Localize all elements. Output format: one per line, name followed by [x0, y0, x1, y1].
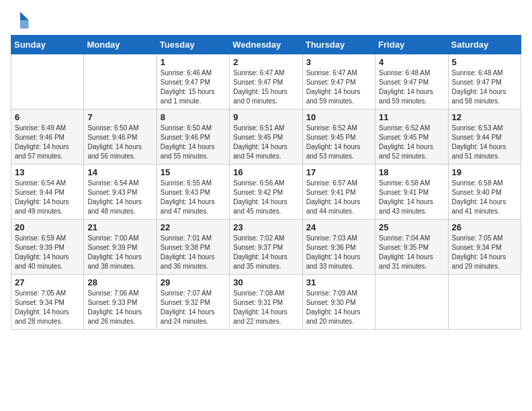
calendar-cell	[448, 275, 521, 330]
day-number: 4	[379, 57, 444, 67]
calendar-cell: 21Sunrise: 7:00 AM Sunset: 9:39 PM Dayli…	[84, 220, 157, 275]
day-number: 10	[306, 112, 371, 122]
calendar-cell: 19Sunrise: 6:58 AM Sunset: 9:40 PM Dayli…	[448, 165, 521, 220]
weekday-header-wednesday: Wednesday	[230, 36, 302, 54]
calendar-cell: 9Sunrise: 6:51 AM Sunset: 9:45 PM Daylig…	[230, 109, 302, 165]
day-info: Sunrise: 7:08 AM Sunset: 9:31 PM Dayligh…	[233, 289, 298, 326]
weekday-header-saturday: Saturday	[448, 36, 521, 54]
day-info: Sunrise: 6:58 AM Sunset: 9:41 PM Dayligh…	[379, 179, 444, 216]
calendar-cell: 6Sunrise: 6:49 AM Sunset: 9:46 PM Daylig…	[11, 109, 84, 165]
weekday-header-monday: Monday	[84, 36, 157, 54]
day-number: 2	[233, 57, 298, 67]
day-number: 23	[233, 222, 298, 232]
day-info: Sunrise: 6:47 AM Sunset: 9:47 PM Dayligh…	[306, 68, 371, 106]
calendar-cell: 11Sunrise: 6:52 AM Sunset: 9:45 PM Dayli…	[375, 109, 448, 165]
calendar-cell: 8Sunrise: 6:50 AM Sunset: 9:46 PM Daylig…	[157, 109, 229, 165]
calendar-cell: 23Sunrise: 7:02 AM Sunset: 9:37 PM Dayli…	[230, 220, 302, 275]
day-number: 1	[161, 57, 226, 67]
day-number: 25	[379, 222, 444, 232]
calendar-cell: 26Sunrise: 7:05 AM Sunset: 9:34 PM Dayli…	[448, 220, 521, 275]
day-info: Sunrise: 6:55 AM Sunset: 9:43 PM Dayligh…	[161, 179, 226, 216]
day-number: 17	[306, 167, 371, 177]
calendar-week-3: 13Sunrise: 6:54 AM Sunset: 9:44 PM Dayli…	[11, 165, 521, 220]
weekday-header-friday: Friday	[375, 36, 448, 54]
day-number: 22	[161, 222, 226, 232]
day-info: Sunrise: 6:50 AM Sunset: 9:46 PM Dayligh…	[161, 124, 226, 161]
day-info: Sunrise: 6:57 AM Sunset: 9:41 PM Dayligh…	[306, 179, 371, 216]
calendar-cell: 31Sunrise: 7:09 AM Sunset: 9:30 PM Dayli…	[302, 275, 375, 330]
day-info: Sunrise: 6:53 AM Sunset: 9:44 PM Dayligh…	[452, 124, 517, 161]
day-info: Sunrise: 6:48 AM Sunset: 9:47 PM Dayligh…	[452, 68, 517, 106]
day-number: 14	[87, 167, 152, 177]
day-info: Sunrise: 6:49 AM Sunset: 9:46 PM Dayligh…	[15, 124, 80, 161]
day-info: Sunrise: 6:54 AM Sunset: 9:44 PM Dayligh…	[15, 179, 80, 216]
calendar-cell: 12Sunrise: 6:53 AM Sunset: 9:44 PM Dayli…	[448, 109, 521, 165]
day-info: Sunrise: 6:54 AM Sunset: 9:43 PM Dayligh…	[87, 179, 152, 216]
calendar-cell	[375, 275, 448, 330]
day-number: 31	[306, 277, 371, 287]
weekday-header-tuesday: Tuesday	[157, 36, 229, 54]
day-number: 13	[15, 167, 80, 177]
calendar-cell: 5Sunrise: 6:48 AM Sunset: 9:47 PM Daylig…	[448, 54, 521, 109]
calendar-cell: 14Sunrise: 6:54 AM Sunset: 9:43 PM Dayli…	[84, 165, 157, 220]
day-number: 12	[452, 112, 517, 122]
day-info: Sunrise: 7:01 AM Sunset: 9:38 PM Dayligh…	[161, 234, 226, 271]
calendar-cell: 18Sunrise: 6:58 AM Sunset: 9:41 PM Dayli…	[375, 165, 448, 220]
day-info: Sunrise: 6:52 AM Sunset: 9:45 PM Dayligh…	[306, 124, 371, 161]
day-number: 9	[233, 112, 298, 122]
day-info: Sunrise: 6:48 AM Sunset: 9:47 PM Dayligh…	[379, 68, 444, 106]
day-number: 6	[15, 112, 80, 122]
day-number: 26	[452, 222, 517, 232]
calendar-table: SundayMondayTuesdayWednesdayThursdayFrid…	[11, 35, 521, 330]
day-number: 27	[15, 277, 80, 287]
calendar-cell: 17Sunrise: 6:57 AM Sunset: 9:41 PM Dayli…	[302, 165, 375, 220]
calendar-cell: 4Sunrise: 6:48 AM Sunset: 9:47 PM Daylig…	[375, 54, 448, 109]
day-info: Sunrise: 7:02 AM Sunset: 9:37 PM Dayligh…	[233, 234, 298, 271]
day-info: Sunrise: 6:46 AM Sunset: 9:47 PM Dayligh…	[161, 68, 226, 106]
day-info: Sunrise: 7:05 AM Sunset: 9:34 PM Dayligh…	[452, 234, 517, 271]
day-info: Sunrise: 7:03 AM Sunset: 9:36 PM Dayligh…	[306, 234, 371, 271]
day-number: 7	[87, 112, 152, 122]
day-number: 20	[15, 222, 80, 232]
calendar-cell: 15Sunrise: 6:55 AM Sunset: 9:43 PM Dayli…	[157, 165, 229, 220]
calendar-cell: 20Sunrise: 6:59 AM Sunset: 9:39 PM Dayli…	[11, 220, 84, 275]
day-number: 8	[161, 112, 226, 122]
logo-icon	[11, 11, 30, 30]
calendar-cell: 13Sunrise: 6:54 AM Sunset: 9:44 PM Dayli…	[11, 165, 84, 220]
day-number: 3	[306, 57, 371, 67]
day-number: 15	[161, 167, 226, 177]
calendar-cell: 30Sunrise: 7:08 AM Sunset: 9:31 PM Dayli…	[230, 275, 302, 330]
calendar-cell: 29Sunrise: 7:07 AM Sunset: 9:32 PM Dayli…	[157, 275, 229, 330]
day-number: 11	[379, 112, 444, 122]
day-info: Sunrise: 7:00 AM Sunset: 9:39 PM Dayligh…	[87, 234, 152, 271]
calendar-cell: 24Sunrise: 7:03 AM Sunset: 9:36 PM Dayli…	[302, 220, 375, 275]
day-number: 28	[87, 277, 152, 287]
day-number: 16	[233, 167, 298, 177]
calendar-cell: 25Sunrise: 7:04 AM Sunset: 9:35 PM Dayli…	[375, 220, 448, 275]
day-info: Sunrise: 6:50 AM Sunset: 9:46 PM Dayligh…	[87, 124, 152, 161]
day-number: 30	[233, 277, 298, 287]
day-number: 21	[87, 222, 152, 232]
day-info: Sunrise: 6:59 AM Sunset: 9:39 PM Dayligh…	[15, 234, 80, 271]
calendar-cell	[84, 54, 157, 109]
day-number: 18	[379, 167, 444, 177]
svg-marker-0	[20, 11, 29, 20]
weekday-header-thursday: Thursday	[302, 36, 375, 54]
day-info: Sunrise: 6:47 AM Sunset: 9:47 PM Dayligh…	[233, 68, 298, 106]
calendar-cell: 3Sunrise: 6:47 AM Sunset: 9:47 PM Daylig…	[302, 54, 375, 109]
calendar-cell: 27Sunrise: 7:05 AM Sunset: 9:34 PM Dayli…	[11, 275, 84, 330]
day-info: Sunrise: 6:52 AM Sunset: 9:45 PM Dayligh…	[379, 124, 444, 161]
calendar-cell: 16Sunrise: 6:56 AM Sunset: 9:42 PM Dayli…	[230, 165, 302, 220]
day-info: Sunrise: 7:05 AM Sunset: 9:34 PM Dayligh…	[15, 289, 80, 326]
logo	[11, 11, 32, 30]
page-header	[11, 11, 521, 30]
calendar-week-1: 1Sunrise: 6:46 AM Sunset: 9:47 PM Daylig…	[11, 54, 521, 109]
weekday-header-sunday: Sunday	[11, 36, 84, 54]
calendar-cell: 22Sunrise: 7:01 AM Sunset: 9:38 PM Dayli…	[157, 220, 229, 275]
day-info: Sunrise: 7:09 AM Sunset: 9:30 PM Dayligh…	[306, 289, 371, 326]
calendar-cell: 2Sunrise: 6:47 AM Sunset: 9:47 PM Daylig…	[230, 54, 302, 109]
day-info: Sunrise: 7:06 AM Sunset: 9:33 PM Dayligh…	[87, 289, 152, 326]
calendar-cell: 10Sunrise: 6:52 AM Sunset: 9:45 PM Dayli…	[302, 109, 375, 165]
day-number: 19	[452, 167, 517, 177]
calendar-week-5: 27Sunrise: 7:05 AM Sunset: 9:34 PM Dayli…	[11, 275, 521, 330]
